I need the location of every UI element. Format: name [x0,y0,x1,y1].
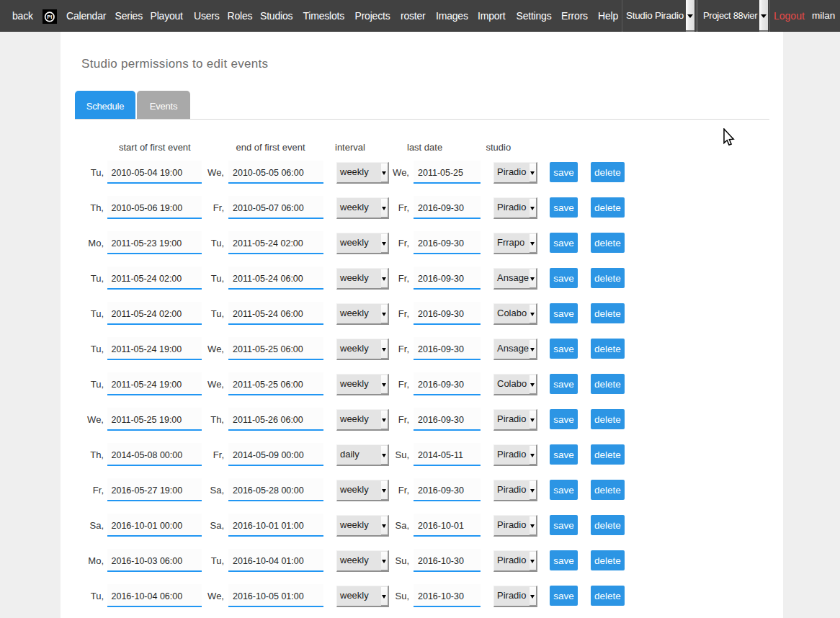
svg-text:PI: PI [47,14,52,20]
